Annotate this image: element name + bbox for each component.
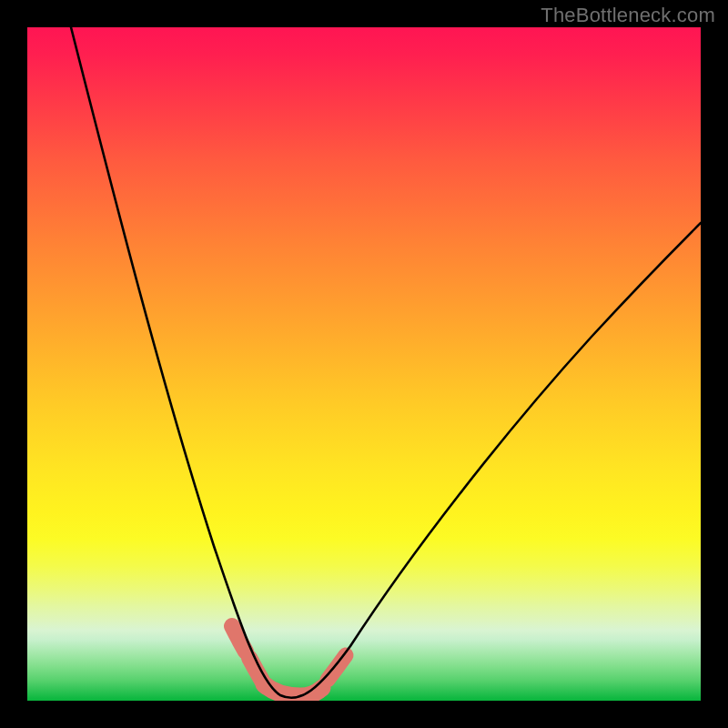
valley-marker xyxy=(232,626,346,696)
chart-frame: TheBottleneck.com xyxy=(0,0,728,728)
bottleneck-curve xyxy=(71,27,701,698)
chart-svg xyxy=(27,27,701,701)
chart-plot-area xyxy=(27,27,701,701)
watermark-text: TheBottleneck.com xyxy=(541,4,715,27)
